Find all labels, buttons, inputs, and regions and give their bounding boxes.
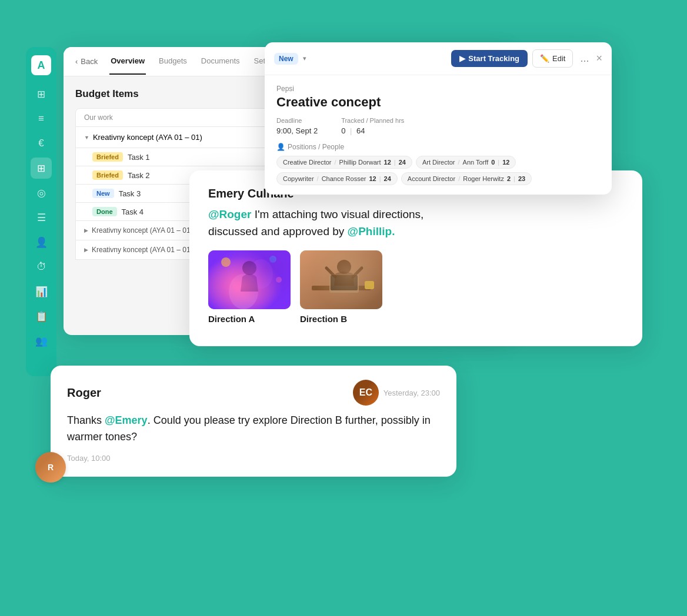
koncept-expand-1: ▶	[84, 227, 88, 233]
euro-icon[interactable]: €	[31, 133, 52, 154]
chip-creative-director: Creative Director / Phillip Dorwart 12 |…	[276, 156, 412, 169]
svg-rect-7	[300, 250, 382, 309]
chip-name-2: Ann Torff	[463, 159, 489, 166]
sidebar-logo[interactable]: A	[31, 55, 51, 75]
direction-a-thumb	[208, 250, 291, 309]
edit-icon: ✏️	[540, 54, 549, 63]
svg-point-2	[249, 259, 273, 289]
edit-button[interactable]: ✏️ Edit	[532, 49, 573, 68]
back-chevron-icon: ‹	[75, 57, 78, 66]
koncept-label-2: Kreativny koncept (AYA 01 – 01)	[92, 246, 193, 254]
people-icon: 👤	[276, 143, 285, 151]
image-row: Direction A	[208, 250, 623, 324]
direction-a-label: Direction A	[208, 314, 255, 324]
badge-briefed-2: Briefed	[92, 170, 123, 180]
chip-role-4: Account Director	[408, 175, 455, 182]
svg-point-3	[242, 261, 256, 275]
list-icon[interactable]: ☰	[31, 207, 52, 228]
chat-card-emery: Emery Culhane @Roger I'm attaching two v…	[189, 170, 642, 346]
badge-briefed-1: Briefed	[92, 152, 123, 162]
direction-a-item: Direction A	[208, 250, 291, 324]
chip-n1-1: 12	[384, 159, 391, 166]
chat-card-roger: Roger EC Yesterday, 23:00 Thanks @Emery.…	[51, 366, 456, 477]
apps-icon[interactable]: ⊞	[31, 158, 52, 179]
expand-icon: ▼	[84, 135, 89, 140]
layers-icon[interactable]: ≡	[31, 108, 52, 129]
more-button[interactable]: ...	[578, 52, 591, 65]
back-button[interactable]: ‹ Back	[75, 57, 98, 66]
mention-roger: @Roger	[208, 208, 251, 220]
tracked-item: Tracked / Planned hrs 0 | 64	[341, 117, 404, 136]
tab-documents[interactable]: Documents	[200, 48, 241, 75]
back-label[interactable]: Back	[81, 57, 98, 66]
tracking-modal-content: Pepsi Creative concept Deadline 9:00, Se…	[265, 75, 612, 195]
svg-point-1	[229, 274, 258, 309]
koncept-label-1: Kreativny koncept (AYA 01 – 01)	[92, 226, 193, 235]
user-icon[interactable]: 👤	[31, 232, 52, 253]
chip-account-director: Account Director / Roger Herwitz 2 | 23	[401, 172, 532, 185]
chip-role-3: Copywriter	[283, 175, 314, 182]
task-label-2: Task 2	[128, 171, 150, 180]
roger-avatar: R	[35, 452, 66, 483]
project-name-label: Pepsi	[276, 85, 600, 93]
edit-label: Edit	[552, 54, 565, 63]
start-tracking-button[interactable]: ▶ Start Tracking	[451, 50, 528, 67]
tab-overview[interactable]: Overview	[109, 48, 146, 75]
chip-n2-1: 24	[399, 159, 406, 166]
play-icon: ▶	[459, 54, 465, 63]
emery-message: @Roger I'm attaching two visual directio…	[208, 206, 623, 240]
tracking-modal: New ▾ ▶ Start Tracking ✏️ Edit ... × Pep…	[265, 42, 612, 195]
task-label-4: Task 4	[122, 207, 144, 216]
roger-message: Thanks @Emery. Could you please try expl…	[67, 413, 440, 446]
direction-b-thumb	[300, 250, 382, 309]
deadline-item: Deadline 9:00, Sept 2	[276, 117, 318, 136]
status-badge[interactable]: New	[274, 53, 298, 65]
direction-a-image	[208, 250, 291, 309]
roger-author-name: Roger	[67, 386, 346, 400]
svg-rect-9	[329, 274, 359, 293]
svg-point-4	[221, 257, 231, 267]
chip-n2-3: 24	[384, 175, 391, 182]
task-label-1: Task 1	[128, 153, 150, 162]
badge-done-1: Done	[92, 207, 117, 216]
people-chips: Creative Director / Phillip Dorwart 12 |…	[276, 156, 600, 185]
chip-n1-2: 0	[491, 159, 495, 166]
svg-rect-11	[365, 281, 374, 289]
message-thanks: Thanks	[67, 414, 105, 426]
direction-b-label: Direction B	[300, 314, 347, 324]
task-label-3: Task 3	[119, 189, 141, 198]
deadline-label: Deadline	[276, 117, 318, 124]
chip-art-director: Art Director / Ann Torff 0 | 12	[416, 156, 516, 169]
tracking-modal-header: New ▾ ▶ Start Tracking ✏️ Edit ... ×	[265, 42, 612, 75]
close-button[interactable]: ×	[596, 52, 602, 65]
direction-b-item: Direction B	[300, 250, 382, 324]
tab-budgets[interactable]: Budgets	[158, 48, 188, 75]
grid-icon[interactable]: ⊞	[31, 83, 52, 105]
status-chevron-icon[interactable]: ▾	[303, 55, 306, 62]
meta-row: Deadline 9:00, Sept 2 Tracked / Planned …	[276, 117, 600, 136]
budget-item-label: Kreativny koncept (AYA 01 – 01)	[93, 133, 202, 142]
yesterday-timestamp: Yesterday, 23:00	[383, 389, 440, 397]
mention-emery: @Emery	[105, 414, 148, 426]
chip-name-3: Chance Rosser	[322, 175, 366, 182]
col1-header: Our work	[84, 113, 113, 122]
svg-rect-0	[208, 250, 291, 309]
report-icon[interactable]: 📋	[31, 306, 52, 327]
chip-divider-1: /	[335, 159, 336, 166]
svg-rect-10	[331, 275, 358, 290]
team-icon[interactable]: 👥	[31, 330, 52, 351]
svg-point-12	[337, 260, 351, 274]
tracked-value: 0 | 64	[341, 126, 365, 135]
chip-role-1: Creative Director	[283, 159, 332, 166]
svg-rect-8	[312, 286, 371, 290]
koncept-expand-2: ▶	[84, 247, 88, 253]
roger-header: Roger EC Yesterday, 23:00	[67, 380, 440, 406]
emery-avatar: EC	[353, 380, 379, 406]
sidebar: A ⊞ ≡ € ⊞ ◎ ☰ 👤 ⏱ 📊 📋 👥	[26, 47, 56, 376]
clock-icon[interactable]: ⏱	[31, 256, 52, 277]
positions-label: 👤 Positions / People	[276, 143, 600, 151]
chart-icon[interactable]: 📊	[31, 281, 52, 302]
target-icon[interactable]: ◎	[31, 182, 52, 203]
chip-n1-4: 2	[507, 175, 511, 182]
deadline-value: 9:00, Sept 2	[276, 126, 318, 135]
